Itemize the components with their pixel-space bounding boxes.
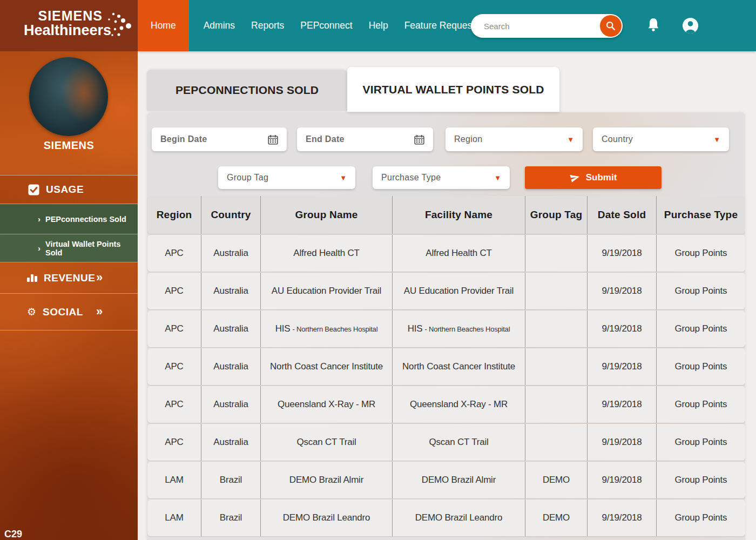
notifications-button[interactable] — [645, 17, 662, 35]
avatar — [29, 57, 108, 136]
country-select-value: Country — [602, 134, 633, 144]
sidebar-item-label: USAGE — [46, 184, 84, 195]
table-body: APC Australia Alfred Health CT Alfred He… — [147, 235, 745, 536]
tab-label: PEPCONNECTIONS SOLD — [176, 84, 319, 97]
sidebar-item-social[interactable]: ⚙︎ SOCIAL » — [0, 294, 138, 330]
cell-region: LAM — [147, 500, 201, 536]
cell-country: Australia — [201, 386, 261, 423]
cell-group-name: AU Education Provider Trail — [261, 273, 393, 309]
dropdown-arrow-icon: ▼ — [494, 174, 501, 182]
search-icon — [605, 20, 617, 32]
table-row: APC Australia AU Education Provider Trai… — [147, 273, 745, 309]
logo-block: SIEMENS Healthineers — [0, 0, 138, 51]
cell-date-sold: 9/19/2018 — [588, 386, 657, 423]
nav-item-feature-request[interactable]: Feature Request — [396, 0, 483, 51]
cell-region: APC — [147, 235, 201, 272]
cell-facility-name: Queensland X-Ray - MR — [393, 386, 525, 423]
cell-group-tag: DEMO — [525, 500, 588, 536]
end-date-placeholder: End Date — [306, 134, 345, 144]
user-account-icon — [682, 17, 699, 34]
cell-country: Australia — [201, 273, 261, 309]
version-label: C29 — [4, 529, 22, 540]
cell-region: LAM — [147, 462, 201, 498]
revenue-chart-icon — [27, 273, 37, 283]
nav-item-pepconnect[interactable]: PEPconnect — [292, 0, 360, 51]
cell-group-name: DEMO Brazil Leandro — [261, 500, 393, 536]
cell-country: Australia — [201, 235, 261, 272]
dropdown-arrow-icon: ▼ — [340, 174, 347, 182]
cell-facility-name: DEMO Brazil Almir — [393, 462, 525, 498]
cell-date-sold: 9/19/2018 — [588, 424, 657, 461]
nav-item-help[interactable]: Help — [361, 0, 396, 51]
nav-item-admins[interactable]: Admins — [195, 0, 243, 51]
cell-purchase-type: Group Points — [657, 348, 745, 385]
tab-label: VIRTUAL WALLET POINTS SOLD — [362, 83, 544, 96]
cell-region: APC — [147, 310, 201, 347]
cell-group-name: Qscan CT Trail — [261, 424, 393, 461]
purchase-type-select[interactable]: Purchase Type ▼ — [373, 166, 510, 189]
table-row: LAM Brazil DEMO Brazil Leandro DEMO Braz… — [147, 500, 745, 536]
cell-purchase-type: Group Points — [657, 462, 745, 498]
cell-group-tag — [525, 424, 588, 461]
cell-group-tag — [525, 386, 588, 423]
sidebar-menu: USAGE › PEPconnections Sold › Virtual Wa… — [0, 175, 138, 330]
sidebar-item-virtual-wallet-points-sold[interactable]: › Virtual Wallet Points Sold — [0, 234, 138, 262]
cell-purchase-type: Group Points — [657, 310, 745, 347]
column-header-date-sold: Date Sold — [588, 196, 657, 234]
cell-purchase-type: Group Points — [657, 424, 745, 461]
cell-group-name: North Coast Cancer Institute — [261, 348, 393, 385]
region-select[interactable]: Region ▼ — [446, 127, 583, 151]
country-select[interactable]: Country ▼ — [593, 127, 729, 151]
gears-icon: ⚙︎ — [27, 307, 36, 317]
cell-group-name: HIS- Northern Beaches Hospital — [261, 310, 393, 347]
cell-date-sold: 9/19/2018 — [588, 500, 657, 536]
cell-facility-name: DEMO Brazil Leandro — [393, 500, 525, 536]
sidebar-item-label: Virtual Wallet Points Sold — [45, 240, 138, 257]
nav-item-home[interactable]: Home — [138, 0, 189, 51]
sidebar-item-revenue[interactable]: REVENUE » — [0, 262, 138, 294]
nav-menu: Home Admins Reports PEPconnect Help Feat… — [138, 0, 483, 51]
top-navbar: Home Admins Reports PEPconnect Help Feat… — [138, 0, 756, 51]
cell-group-tag — [525, 348, 588, 385]
table-row: APC Australia Qscan CT Trail Qscan CT Tr… — [147, 424, 745, 461]
cell-group-tag — [525, 273, 588, 309]
submit-button[interactable]: Submit — [525, 166, 662, 189]
results-table: Region Country Group Name Facility Name … — [147, 196, 745, 537]
cell-group-name: DEMO Brazil Almir — [261, 462, 393, 498]
account-button[interactable] — [682, 17, 699, 34]
table-row: APC Australia Queensland X-Ray - MR Quee… — [147, 386, 745, 423]
tab-pepconnections-sold[interactable]: PEPCONNECTIONS SOLD — [147, 70, 347, 111]
sidebar-item-usage[interactable]: USAGE — [0, 175, 138, 204]
cell-region: APC — [147, 424, 201, 461]
column-header-purchase-type: Purchase Type — [657, 196, 745, 234]
sidebar-item-label: SOCIAL — [43, 306, 83, 318]
tab-virtual-wallet-points-sold[interactable]: VIRTUAL WALLET POINTS SOLD — [347, 67, 559, 112]
nav-item-reports[interactable]: Reports — [243, 0, 292, 51]
end-date-input[interactable]: End Date — [297, 127, 433, 151]
table-row: APC Australia Alfred Health CT Alfred He… — [147, 235, 745, 272]
purchase-type-select-value: Purchase Type — [381, 173, 441, 183]
sidebar: SIEMENS Healthineers SIEMENS — [0, 0, 138, 540]
search-button[interactable] — [600, 15, 622, 37]
cell-date-sold: 9/19/2018 — [588, 310, 657, 347]
sidebar-item-pepconnections-sold[interactable]: › PEPconnections Sold — [0, 204, 138, 234]
cell-facility-name: Qscan CT Trail — [393, 424, 525, 461]
begin-date-input[interactable]: Begin Date — [152, 127, 287, 151]
search-box — [471, 14, 623, 38]
cell-facility-name: Alfred Health CT — [393, 235, 525, 272]
cell-date-sold: 9/19/2018 — [588, 273, 657, 309]
cell-region: APC — [147, 348, 201, 385]
cell-facility-name: AU Education Provider Trail — [393, 273, 525, 309]
chevron-double-icon: » — [96, 270, 103, 284]
search-input[interactable] — [471, 22, 600, 31]
table-header-row: Region Country Group Name Facility Name … — [147, 196, 745, 234]
chevron-right-icon: › — [38, 244, 40, 253]
cell-purchase-type: Group Points — [657, 235, 745, 272]
cell-date-sold: 9/19/2018 — [588, 348, 657, 385]
logo-line1: SIEMENS — [0, 9, 103, 23]
cell-date-sold: 9/19/2018 — [588, 462, 657, 498]
submit-label: Submit — [586, 172, 617, 183]
cell-region: APC — [147, 273, 201, 309]
checkbox-icon — [28, 184, 39, 195]
group-tag-select[interactable]: Group Tag ▼ — [218, 166, 355, 189]
